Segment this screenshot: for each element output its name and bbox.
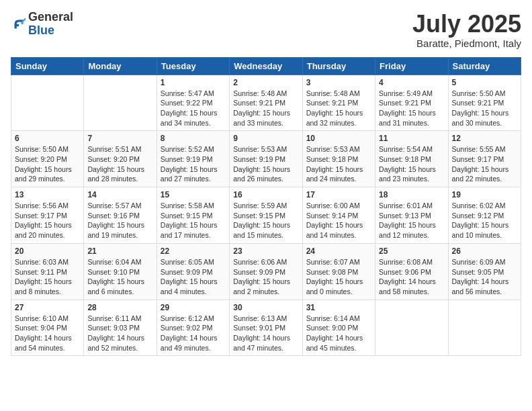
daylight: Daylight: 15 hours and 24 minutes. xyxy=(306,165,363,183)
sunrise: Sunrise: 6:09 AM xyxy=(452,258,506,266)
calendar-cell: 6 Sunrise: 5:50 AM Sunset: 9:20 PM Dayli… xyxy=(11,131,84,187)
weekday-header: Wednesday xyxy=(230,57,302,75)
daylight: Daylight: 15 hours and 31 minutes. xyxy=(379,109,436,127)
sunrise: Sunrise: 5:50 AM xyxy=(452,89,506,97)
title-block: July 2025 Baratte, Piedmont, Italy xyxy=(412,11,521,49)
daylight: Daylight: 15 hours and 34 minutes. xyxy=(161,109,218,127)
sunrise: Sunrise: 6:10 AM xyxy=(15,314,69,322)
sunrise: Sunrise: 6:08 AM xyxy=(379,258,433,266)
sunset: Sunset: 9:15 PM xyxy=(233,212,285,220)
calendar-week-row: 27 Sunrise: 6:10 AM Sunset: 9:04 PM Dayl… xyxy=(11,300,521,356)
calendar-cell: 4 Sunrise: 5:49 AM Sunset: 9:21 PM Dayli… xyxy=(375,75,448,131)
calendar-cell: 25 Sunrise: 6:08 AM Sunset: 9:06 PM Dayl… xyxy=(375,243,448,300)
daylight: Daylight: 15 hours and 22 minutes. xyxy=(452,165,509,183)
day-number: 23 xyxy=(233,246,298,256)
calendar-cell: 28 Sunrise: 6:11 AM Sunset: 9:03 PM Dayl… xyxy=(84,300,157,356)
sunset: Sunset: 9:01 PM xyxy=(233,324,285,332)
sunrise: Sunrise: 6:13 AM xyxy=(233,314,287,322)
day-number: 25 xyxy=(379,246,444,256)
calendar-cell: 31 Sunrise: 6:14 AM Sunset: 9:00 PM Dayl… xyxy=(302,300,375,356)
day-number: 21 xyxy=(87,246,152,256)
sunset: Sunset: 9:14 PM xyxy=(306,212,359,220)
sunrise: Sunrise: 5:49 AM xyxy=(379,89,433,97)
weekday-header: Friday xyxy=(375,57,448,75)
day-number: 11 xyxy=(379,134,444,143)
calendar-cell: 17 Sunrise: 6:00 AM Sunset: 9:14 PM Dayl… xyxy=(302,187,375,244)
calendar-cell xyxy=(84,75,157,131)
day-info: Sunrise: 6:13 AM Sunset: 9:01 PM Dayligh… xyxy=(233,314,298,353)
daylight: Daylight: 14 hours and 47 minutes. xyxy=(233,334,290,352)
sunset: Sunset: 9:10 PM xyxy=(87,268,140,276)
sunrise: Sunrise: 5:54 AM xyxy=(379,145,433,153)
sunset: Sunset: 9:19 PM xyxy=(233,155,285,163)
day-info: Sunrise: 5:57 AM Sunset: 9:16 PM Dayligh… xyxy=(87,201,152,240)
logo: General Blue xyxy=(11,11,73,38)
sunset: Sunset: 9:21 PM xyxy=(306,99,359,107)
weekday-header: Monday xyxy=(84,57,157,75)
day-info: Sunrise: 6:07 AM Sunset: 9:08 PM Dayligh… xyxy=(306,257,371,297)
daylight: Daylight: 15 hours and 33 minutes. xyxy=(233,109,290,127)
month-title: July 2025 xyxy=(412,11,521,38)
sunrise: Sunrise: 5:53 AM xyxy=(233,145,287,153)
sunrise: Sunrise: 5:51 AM xyxy=(87,145,141,153)
daylight: Daylight: 15 hours and 10 minutes. xyxy=(452,221,509,239)
day-info: Sunrise: 5:50 AM Sunset: 9:20 PM Dayligh… xyxy=(15,144,80,184)
day-info: Sunrise: 5:47 AM Sunset: 9:22 PM Dayligh… xyxy=(161,89,226,128)
sunset: Sunset: 9:05 PM xyxy=(452,268,504,276)
sunrise: Sunrise: 6:11 AM xyxy=(87,314,141,322)
daylight: Daylight: 14 hours and 58 minutes. xyxy=(379,277,436,295)
day-number: 4 xyxy=(379,78,444,87)
sunrise: Sunrise: 6:04 AM xyxy=(87,258,141,266)
calendar-cell: 30 Sunrise: 6:13 AM Sunset: 9:01 PM Dayl… xyxy=(230,300,302,356)
day-number: 1 xyxy=(161,78,226,87)
daylight: Daylight: 15 hours and 0 minutes. xyxy=(306,277,363,295)
sunset: Sunset: 9:22 PM xyxy=(161,99,213,107)
day-number: 22 xyxy=(161,246,226,256)
day-info: Sunrise: 5:49 AM Sunset: 9:21 PM Dayligh… xyxy=(379,89,444,128)
day-number: 2 xyxy=(233,78,298,87)
daylight: Daylight: 15 hours and 23 minutes. xyxy=(379,165,436,183)
weekday-header: Tuesday xyxy=(157,57,229,75)
day-info: Sunrise: 6:09 AM Sunset: 9:05 PM Dayligh… xyxy=(452,257,517,297)
calendar-cell: 27 Sunrise: 6:10 AM Sunset: 9:04 PM Dayl… xyxy=(11,300,84,356)
sunset: Sunset: 9:21 PM xyxy=(233,99,285,107)
sunset: Sunset: 9:15 PM xyxy=(161,212,213,220)
sunrise: Sunrise: 6:01 AM xyxy=(379,201,433,210)
day-number: 8 xyxy=(161,134,226,143)
calendar-cell xyxy=(11,75,84,131)
logo-icon xyxy=(11,17,26,32)
day-info: Sunrise: 5:53 AM Sunset: 9:19 PM Dayligh… xyxy=(233,144,298,184)
calendar-week-row: 20 Sunrise: 6:03 AM Sunset: 9:11 PM Dayl… xyxy=(11,243,521,300)
sunrise: Sunrise: 6:05 AM xyxy=(161,258,214,266)
daylight: Daylight: 15 hours and 12 minutes. xyxy=(379,221,436,239)
day-info: Sunrise: 6:11 AM Sunset: 9:03 PM Dayligh… xyxy=(87,314,152,353)
day-info: Sunrise: 6:05 AM Sunset: 9:09 PM Dayligh… xyxy=(161,257,226,297)
calendar-cell: 24 Sunrise: 6:07 AM Sunset: 9:08 PM Dayl… xyxy=(302,243,375,300)
sunrise: Sunrise: 5:52 AM xyxy=(161,145,214,153)
day-number: 24 xyxy=(306,246,371,256)
calendar-cell: 8 Sunrise: 5:52 AM Sunset: 9:19 PM Dayli… xyxy=(157,131,229,187)
sunset: Sunset: 9:12 PM xyxy=(452,212,504,220)
sunrise: Sunrise: 6:03 AM xyxy=(15,258,69,266)
day-info: Sunrise: 6:14 AM Sunset: 9:00 PM Dayligh… xyxy=(306,314,371,353)
weekday-header: Thursday xyxy=(302,57,375,75)
calendar-cell: 15 Sunrise: 5:58 AM Sunset: 9:15 PM Dayl… xyxy=(157,187,229,244)
sunset: Sunset: 9:03 PM xyxy=(87,324,140,332)
day-number: 18 xyxy=(379,190,444,199)
daylight: Daylight: 15 hours and 6 minutes. xyxy=(87,277,144,295)
daylight: Daylight: 15 hours and 17 minutes. xyxy=(161,221,218,239)
sunrise: Sunrise: 5:56 AM xyxy=(15,201,69,210)
sunset: Sunset: 9:21 PM xyxy=(379,99,431,107)
day-info: Sunrise: 5:48 AM Sunset: 9:21 PM Dayligh… xyxy=(306,89,371,128)
daylight: Daylight: 15 hours and 26 minutes. xyxy=(233,165,290,183)
sunset: Sunset: 9:13 PM xyxy=(379,212,431,220)
sunrise: Sunrise: 5:50 AM xyxy=(15,145,69,153)
sunset: Sunset: 9:06 PM xyxy=(379,268,431,276)
sunrise: Sunrise: 5:59 AM xyxy=(233,201,287,210)
day-number: 28 xyxy=(87,303,152,312)
day-info: Sunrise: 5:56 AM Sunset: 9:17 PM Dayligh… xyxy=(15,201,80,240)
sunrise: Sunrise: 5:48 AM xyxy=(306,89,360,97)
daylight: Daylight: 15 hours and 2 minutes. xyxy=(233,277,290,295)
day-info: Sunrise: 5:50 AM Sunset: 9:21 PM Dayligh… xyxy=(452,89,517,128)
calendar-cell: 7 Sunrise: 5:51 AM Sunset: 9:20 PM Dayli… xyxy=(84,131,157,187)
